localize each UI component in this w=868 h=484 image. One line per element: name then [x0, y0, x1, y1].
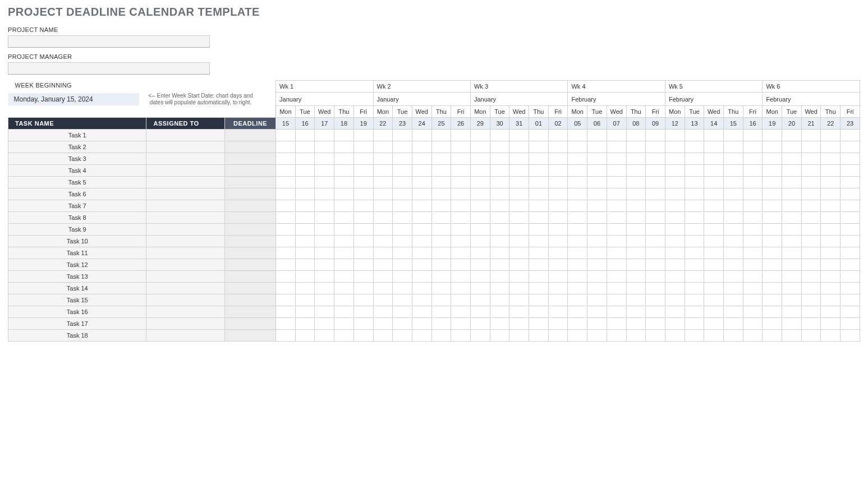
gantt-cell[interactable]	[431, 283, 451, 294]
gantt-cell[interactable]	[509, 236, 529, 247]
gantt-cell[interactable]	[295, 153, 315, 165]
gantt-cell[interactable]	[568, 177, 587, 188]
gantt-cell[interactable]	[568, 330, 587, 342]
gantt-cell[interactable]	[763, 153, 782, 165]
gantt-cell[interactable]	[763, 259, 782, 271]
gantt-cell[interactable]	[393, 318, 412, 330]
gantt-cell[interactable]	[295, 318, 315, 330]
task-name-cell[interactable]: Task 7	[8, 200, 146, 212]
gantt-cell[interactable]	[295, 141, 315, 153]
gantt-cell[interactable]	[685, 177, 704, 188]
gantt-cell[interactable]	[276, 247, 296, 259]
gantt-cell[interactable]	[743, 224, 763, 236]
assigned-cell[interactable]	[146, 318, 225, 330]
gantt-cell[interactable]	[548, 271, 568, 283]
gantt-cell[interactable]	[529, 330, 549, 342]
assigned-cell[interactable]	[146, 259, 225, 271]
gantt-cell[interactable]	[353, 330, 373, 342]
task-name-cell[interactable]: Task 11	[8, 247, 146, 259]
gantt-cell[interactable]	[353, 224, 373, 236]
gantt-cell[interactable]	[626, 141, 646, 153]
gantt-cell[interactable]	[801, 224, 821, 236]
gantt-cell[interactable]	[373, 130, 393, 141]
gantt-cell[interactable]	[704, 318, 724, 330]
gantt-cell[interactable]	[782, 141, 802, 153]
gantt-cell[interactable]	[373, 306, 393, 318]
gantt-cell[interactable]	[490, 306, 509, 318]
gantt-cell[interactable]	[490, 224, 509, 236]
gantt-cell[interactable]	[509, 330, 529, 342]
gantt-cell[interactable]	[665, 177, 685, 188]
gantt-cell[interactable]	[568, 318, 587, 330]
gantt-cell[interactable]	[393, 212, 412, 224]
gantt-cell[interactable]	[743, 236, 763, 247]
gantt-cell[interactable]	[763, 330, 782, 342]
gantt-cell[interactable]	[607, 294, 626, 306]
gantt-cell[interactable]	[626, 188, 646, 200]
gantt-cell[interactable]	[412, 165, 431, 177]
gantt-cell[interactable]	[763, 212, 782, 224]
gantt-cell[interactable]	[412, 247, 431, 259]
gantt-cell[interactable]	[704, 294, 724, 306]
gantt-cell[interactable]	[587, 130, 607, 141]
gantt-cell[interactable]	[393, 247, 412, 259]
gantt-cell[interactable]	[373, 141, 393, 153]
gantt-cell[interactable]	[685, 283, 704, 294]
gantt-cell[interactable]	[704, 283, 724, 294]
gantt-cell[interactable]	[548, 330, 568, 342]
gantt-cell[interactable]	[490, 177, 509, 188]
gantt-cell[interactable]	[295, 294, 315, 306]
gantt-cell[interactable]	[821, 236, 841, 247]
gantt-cell[interactable]	[393, 271, 412, 283]
gantt-cell[interactable]	[841, 236, 860, 247]
task-name-cell[interactable]: Task 8	[8, 212, 146, 224]
gantt-cell[interactable]	[548, 153, 568, 165]
gantt-cell[interactable]	[393, 306, 412, 318]
gantt-cell[interactable]	[295, 306, 315, 318]
gantt-cell[interactable]	[431, 177, 451, 188]
gantt-cell[interactable]	[723, 259, 743, 271]
gantt-cell[interactable]	[276, 177, 296, 188]
gantt-cell[interactable]	[509, 165, 529, 177]
gantt-cell[interactable]	[276, 200, 296, 212]
gantt-cell[interactable]	[334, 165, 354, 177]
gantt-cell[interactable]	[470, 188, 490, 200]
gantt-cell[interactable]	[470, 141, 490, 153]
deadline-cell[interactable]	[225, 200, 276, 212]
gantt-cell[interactable]	[723, 283, 743, 294]
gantt-cell[interactable]	[353, 294, 373, 306]
gantt-cell[interactable]	[490, 165, 509, 177]
gantt-cell[interactable]	[801, 165, 821, 177]
gantt-cell[interactable]	[685, 330, 704, 342]
gantt-cell[interactable]	[743, 130, 763, 141]
assigned-cell[interactable]	[146, 130, 225, 141]
gantt-cell[interactable]	[587, 271, 607, 283]
gantt-cell[interactable]	[763, 200, 782, 212]
gantt-cell[interactable]	[646, 200, 665, 212]
gantt-cell[interactable]	[646, 294, 665, 306]
gantt-cell[interactable]	[685, 294, 704, 306]
gantt-cell[interactable]	[548, 130, 568, 141]
gantt-cell[interactable]	[587, 247, 607, 259]
gantt-cell[interactable]	[276, 212, 296, 224]
gantt-cell[interactable]	[801, 177, 821, 188]
gantt-cell[interactable]	[509, 318, 529, 330]
gantt-cell[interactable]	[782, 247, 802, 259]
gantt-cell[interactable]	[373, 212, 393, 224]
gantt-cell[interactable]	[315, 306, 334, 318]
gantt-cell[interactable]	[782, 306, 802, 318]
gantt-cell[interactable]	[509, 177, 529, 188]
gantt-cell[interactable]	[743, 259, 763, 271]
gantt-cell[interactable]	[723, 200, 743, 212]
gantt-cell[interactable]	[509, 212, 529, 224]
gantt-cell[interactable]	[626, 271, 646, 283]
gantt-cell[interactable]	[743, 165, 763, 177]
gantt-cell[interactable]	[431, 271, 451, 283]
gantt-cell[interactable]	[529, 188, 549, 200]
task-name-cell[interactable]: Task 1	[8, 130, 146, 141]
gantt-cell[interactable]	[509, 259, 529, 271]
gantt-cell[interactable]	[470, 306, 490, 318]
gantt-cell[interactable]	[315, 283, 334, 294]
gantt-cell[interactable]	[821, 306, 841, 318]
gantt-cell[interactable]	[841, 177, 860, 188]
